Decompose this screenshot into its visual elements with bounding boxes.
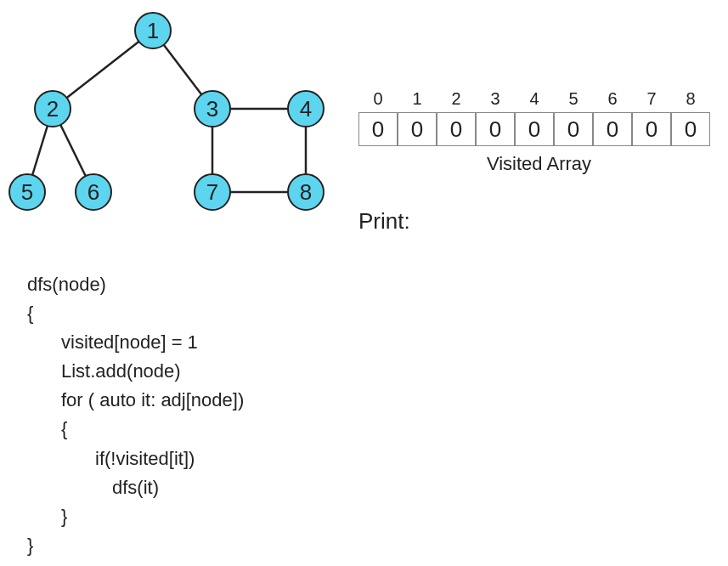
graph-node-8: 8 — [287, 173, 324, 211]
visited-array-cells: 000000000 — [358, 112, 720, 146]
graph-node-4: 4 — [287, 90, 324, 127]
array-cell-2: 0 — [437, 112, 476, 146]
print-output-block: Print: — [358, 208, 417, 235]
graph-node-3: 3 — [194, 90, 231, 127]
graph-diagram: 12345678 — [0, 0, 357, 238]
array-index-2: 2 — [437, 89, 476, 109]
array-cell-6: 0 — [593, 112, 632, 146]
array-index-5: 5 — [554, 89, 593, 109]
code-line-0: dfs(node) — [27, 270, 244, 299]
array-cell-5: 0 — [554, 112, 593, 146]
graph-node-7: 7 — [194, 173, 231, 211]
array-index-3: 3 — [476, 89, 515, 109]
code-line-8: } — [27, 502, 244, 531]
print-label: Print: — [358, 208, 410, 234]
array-index-1: 1 — [398, 89, 437, 109]
array-index-6: 6 — [593, 89, 632, 109]
array-index-4: 4 — [515, 89, 554, 109]
array-cell-3: 0 — [476, 112, 515, 146]
graph-node-6: 6 — [75, 173, 112, 211]
code-line-4: for ( auto it: adj[node]) — [27, 386, 244, 415]
code-line-1: { — [27, 299, 244, 328]
visited-array-label: Visited Array — [358, 153, 720, 175]
dfs-pseudocode: dfs(node) { visited[node] = 1 List.add(n… — [27, 270, 244, 560]
code-line-7: dfs(it) — [27, 473, 244, 502]
array-index-7: 7 — [632, 89, 671, 109]
code-line-6: if(!visited[it]) — [27, 444, 244, 473]
array-cell-1: 0 — [398, 112, 437, 146]
code-line-3: List.add(node) — [27, 357, 244, 386]
array-cell-7: 0 — [632, 112, 671, 146]
code-line-5: { — [27, 415, 244, 444]
code-line-9: } — [27, 531, 244, 560]
graph-node-5: 5 — [8, 173, 46, 211]
array-cell-0: 0 — [358, 112, 398, 146]
visited-array-indices: 012345678 — [358, 89, 720, 109]
graph-node-1: 1 — [134, 12, 172, 49]
array-cell-8: 0 — [671, 112, 710, 146]
code-line-2: visited[node] = 1 — [27, 328, 244, 357]
graph-node-2: 2 — [34, 90, 71, 127]
array-cell-4: 0 — [515, 112, 554, 146]
array-index-0: 0 — [358, 89, 398, 109]
visited-array-block: 012345678 000000000 Visited Array — [358, 89, 720, 175]
array-index-8: 8 — [671, 89, 710, 109]
